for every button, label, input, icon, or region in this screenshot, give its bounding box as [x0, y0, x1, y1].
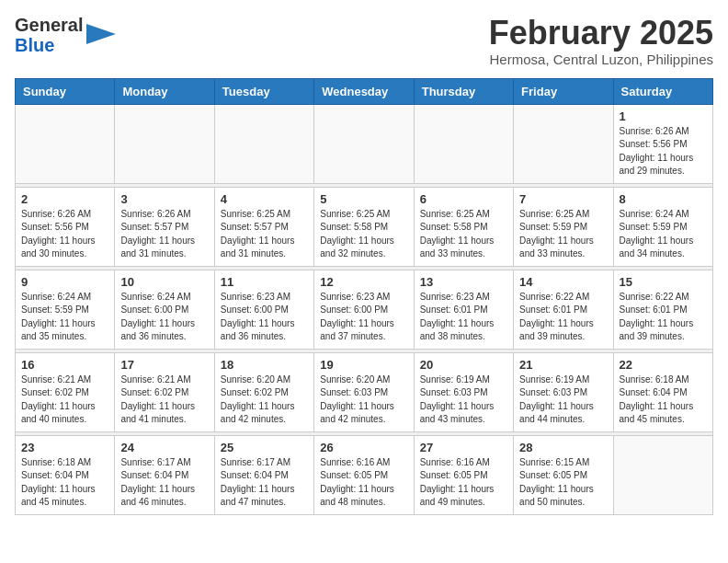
day-info: Sunrise: 6:16 AM Sunset: 6:05 PM Dayligh… [420, 456, 507, 510]
table-row: 5Sunrise: 6:25 AM Sunset: 5:58 PM Daylig… [314, 187, 414, 266]
day-number: 28 [519, 441, 607, 454]
day-number: 5 [320, 192, 407, 206]
day-number: 7 [519, 192, 607, 206]
table-row: 27Sunrise: 6:16 AM Sunset: 6:05 PM Dayli… [414, 435, 513, 514]
day-number: 19 [320, 358, 407, 372]
page-header: General Blue February 2025 Hermosa, Cent… [15, 15, 713, 67]
location-subtitle: Hermosa, Central Luzon, Philippines [489, 52, 713, 67]
day-info: Sunrise: 6:23 AM Sunset: 6:00 PM Dayligh… [320, 291, 407, 344]
col-friday: Friday [514, 78, 613, 104]
table-row: 12Sunrise: 6:23 AM Sunset: 6:00 PM Dayli… [314, 270, 414, 349]
table-row: 16Sunrise: 6:21 AM Sunset: 6:02 PM Dayli… [16, 352, 115, 431]
table-row: 22Sunrise: 6:18 AM Sunset: 6:04 PM Dayli… [613, 352, 712, 431]
table-row: 9Sunrise: 6:24 AM Sunset: 5:59 PM Daylig… [16, 270, 115, 349]
day-info: Sunrise: 6:17 AM Sunset: 6:04 PM Dayligh… [221, 456, 308, 510]
col-monday: Monday [115, 78, 214, 104]
logo-flag-icon [86, 24, 116, 48]
day-info: Sunrise: 6:25 AM Sunset: 5:57 PM Dayligh… [221, 208, 308, 261]
table-row: 24Sunrise: 6:17 AM Sunset: 6:04 PM Dayli… [115, 435, 214, 514]
col-thursday: Thursday [414, 78, 513, 104]
table-row: 25Sunrise: 6:17 AM Sunset: 6:04 PM Dayli… [214, 435, 313, 514]
day-number: 26 [320, 441, 407, 454]
day-number: 21 [519, 358, 607, 372]
day-number: 11 [221, 275, 308, 289]
day-info: Sunrise: 6:22 AM Sunset: 6:01 PM Dayligh… [620, 291, 707, 344]
day-number: 22 [620, 358, 707, 372]
calendar-header-row: Sunday Monday Tuesday Wednesday Thursday… [16, 78, 713, 104]
day-info: Sunrise: 6:25 AM Sunset: 5:59 PM Dayligh… [519, 208, 607, 261]
day-number: 6 [420, 192, 507, 206]
table-row: 4Sunrise: 6:25 AM Sunset: 5:57 PM Daylig… [214, 187, 313, 266]
day-info: Sunrise: 6:21 AM Sunset: 6:02 PM Dayligh… [21, 373, 108, 427]
table-row: 7Sunrise: 6:25 AM Sunset: 5:59 PM Daylig… [514, 187, 613, 266]
table-row: 3Sunrise: 6:26 AM Sunset: 5:57 PM Daylig… [115, 187, 214, 266]
title-block: February 2025 Hermosa, Central Luzon, Ph… [489, 15, 713, 67]
table-row: 1Sunrise: 6:26 AM Sunset: 5:56 PM Daylig… [613, 104, 712, 183]
day-info: Sunrise: 6:26 AM Sunset: 5:57 PM Dayligh… [120, 208, 208, 261]
day-info: Sunrise: 6:26 AM Sunset: 5:56 PM Dayligh… [620, 125, 707, 178]
day-info: Sunrise: 6:19 AM Sunset: 6:03 PM Dayligh… [519, 373, 607, 427]
day-number: 25 [221, 441, 308, 454]
day-info: Sunrise: 6:25 AM Sunset: 5:58 PM Dayligh… [320, 208, 407, 261]
day-info: Sunrise: 6:17 AM Sunset: 6:04 PM Dayligh… [120, 456, 208, 510]
day-info: Sunrise: 6:16 AM Sunset: 6:05 PM Dayligh… [320, 456, 407, 510]
day-info: Sunrise: 6:25 AM Sunset: 5:58 PM Dayligh… [420, 208, 507, 261]
col-tuesday: Tuesday [214, 78, 313, 104]
day-number: 3 [120, 192, 208, 206]
table-row [16, 104, 115, 183]
day-number: 9 [21, 275, 108, 289]
col-sunday: Sunday [16, 78, 115, 104]
table-row: 21Sunrise: 6:19 AM Sunset: 6:03 PM Dayli… [514, 352, 613, 431]
table-row: 20Sunrise: 6:19 AM Sunset: 6:03 PM Dayli… [414, 352, 513, 431]
col-saturday: Saturday [613, 78, 712, 104]
table-row: 11Sunrise: 6:23 AM Sunset: 6:00 PM Dayli… [214, 270, 313, 349]
table-row [613, 435, 712, 514]
day-number: 12 [320, 275, 407, 289]
day-info: Sunrise: 6:24 AM Sunset: 6:00 PM Dayligh… [120, 291, 208, 344]
day-number: 10 [120, 275, 208, 289]
table-row: 2Sunrise: 6:26 AM Sunset: 5:56 PM Daylig… [16, 187, 115, 266]
table-row [214, 104, 313, 183]
day-info: Sunrise: 6:20 AM Sunset: 6:02 PM Dayligh… [221, 373, 308, 427]
day-number: 27 [420, 441, 507, 454]
day-info: Sunrise: 6:15 AM Sunset: 6:05 PM Dayligh… [519, 456, 607, 510]
day-number: 20 [420, 358, 507, 372]
day-info: Sunrise: 6:24 AM Sunset: 5:59 PM Dayligh… [620, 208, 707, 261]
day-info: Sunrise: 6:24 AM Sunset: 5:59 PM Dayligh… [21, 291, 108, 344]
svg-marker-0 [86, 24, 116, 44]
logo-general-text: General [15, 15, 83, 35]
day-number: 15 [620, 275, 707, 289]
table-row: 15Sunrise: 6:22 AM Sunset: 6:01 PM Dayli… [613, 270, 712, 349]
table-row: 19Sunrise: 6:20 AM Sunset: 6:03 PM Dayli… [314, 352, 414, 431]
table-row [115, 104, 214, 183]
table-row: 18Sunrise: 6:20 AM Sunset: 6:02 PM Dayli… [214, 352, 313, 431]
day-info: Sunrise: 6:18 AM Sunset: 6:04 PM Dayligh… [620, 373, 707, 427]
day-number: 4 [221, 192, 308, 206]
day-number: 8 [620, 192, 707, 206]
table-row [514, 104, 613, 183]
day-info: Sunrise: 6:23 AM Sunset: 6:01 PM Dayligh… [420, 291, 507, 344]
day-number: 17 [120, 358, 208, 372]
table-row [314, 104, 414, 183]
table-row: 8Sunrise: 6:24 AM Sunset: 5:59 PM Daylig… [613, 187, 712, 266]
day-info: Sunrise: 6:26 AM Sunset: 5:56 PM Dayligh… [21, 208, 108, 261]
logo: General Blue [15, 15, 116, 55]
table-row: 10Sunrise: 6:24 AM Sunset: 6:00 PM Dayli… [115, 270, 214, 349]
month-year-title: February 2025 [489, 15, 713, 52]
table-row: 26Sunrise: 6:16 AM Sunset: 6:05 PM Dayli… [314, 435, 414, 514]
day-number: 13 [420, 275, 507, 289]
day-number: 24 [120, 441, 208, 454]
day-info: Sunrise: 6:19 AM Sunset: 6:03 PM Dayligh… [420, 373, 507, 427]
table-row: 23Sunrise: 6:18 AM Sunset: 6:04 PM Dayli… [16, 435, 115, 514]
day-number: 16 [21, 358, 108, 372]
calendar-table: Sunday Monday Tuesday Wednesday Thursday… [15, 78, 713, 515]
day-info: Sunrise: 6:21 AM Sunset: 6:02 PM Dayligh… [120, 373, 208, 427]
table-row [414, 104, 513, 183]
day-info: Sunrise: 6:23 AM Sunset: 6:00 PM Dayligh… [221, 291, 308, 344]
day-number: 14 [519, 275, 607, 289]
col-wednesday: Wednesday [314, 78, 414, 104]
day-number: 2 [21, 192, 108, 206]
table-row: 28Sunrise: 6:15 AM Sunset: 6:05 PM Dayli… [514, 435, 613, 514]
day-info: Sunrise: 6:20 AM Sunset: 6:03 PM Dayligh… [320, 373, 407, 427]
table-row: 6Sunrise: 6:25 AM Sunset: 5:58 PM Daylig… [414, 187, 513, 266]
